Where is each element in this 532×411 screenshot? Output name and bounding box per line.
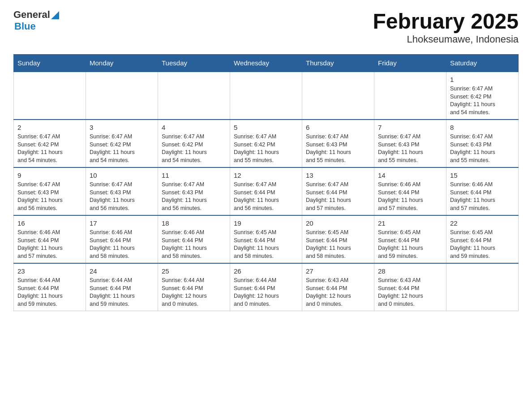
day-info: Sunrise: 6:46 AM Sunset: 6:44 PM Dayligh… — [450, 181, 515, 212]
day-info: Sunrise: 6:47 AM Sunset: 6:43 PM Dayligh… — [17, 181, 82, 212]
day-number: 25 — [162, 266, 226, 276]
calendar-cell: 24Sunrise: 6:44 AM Sunset: 6:44 PM Dayli… — [86, 263, 158, 311]
calendar-cell — [230, 72, 302, 120]
calendar-cell: 10Sunrise: 6:47 AM Sunset: 6:43 PM Dayli… — [86, 167, 158, 215]
calendar-cell — [374, 72, 446, 120]
day-number: 2 — [17, 123, 82, 132]
weekday-header-tuesday: Tuesday — [158, 55, 230, 72]
day-info: Sunrise: 6:45 AM Sunset: 6:44 PM Dayligh… — [306, 229, 370, 260]
day-info: Sunrise: 6:47 AM Sunset: 6:44 PM Dayligh… — [234, 181, 298, 212]
weekday-header-monday: Monday — [86, 55, 158, 72]
calendar-cell: 12Sunrise: 6:47 AM Sunset: 6:44 PM Dayli… — [230, 167, 302, 215]
day-info: Sunrise: 6:45 AM Sunset: 6:44 PM Dayligh… — [234, 229, 298, 260]
day-number: 21 — [378, 218, 442, 228]
calendar-cell: 25Sunrise: 6:44 AM Sunset: 6:44 PM Dayli… — [158, 263, 230, 311]
calendar-cell: 13Sunrise: 6:47 AM Sunset: 6:44 PM Dayli… — [302, 167, 374, 215]
logo-general-text: General — [13, 9, 50, 21]
day-number: 20 — [306, 218, 370, 228]
calendar-cell: 1Sunrise: 6:47 AM Sunset: 6:42 PM Daylig… — [446, 72, 519, 120]
day-info: Sunrise: 6:44 AM Sunset: 6:44 PM Dayligh… — [90, 277, 154, 308]
day-info: Sunrise: 6:47 AM Sunset: 6:43 PM Dayligh… — [450, 133, 515, 164]
calendar-week-row: 2Sunrise: 6:47 AM Sunset: 6:42 PM Daylig… — [14, 120, 519, 167]
calendar-cell: 7Sunrise: 6:47 AM Sunset: 6:43 PM Daylig… — [374, 120, 446, 167]
day-info: Sunrise: 6:47 AM Sunset: 6:44 PM Dayligh… — [306, 181, 370, 212]
day-info: Sunrise: 6:47 AM Sunset: 6:43 PM Dayligh… — [378, 133, 442, 164]
calendar-cell: 16Sunrise: 6:46 AM Sunset: 6:44 PM Dayli… — [14, 215, 86, 263]
day-number: 17 — [90, 218, 154, 228]
day-number: 5 — [234, 123, 298, 132]
day-number: 19 — [234, 218, 298, 228]
calendar-cell: 17Sunrise: 6:46 AM Sunset: 6:44 PM Dayli… — [86, 215, 158, 263]
day-number: 8 — [450, 123, 515, 132]
calendar-cell: 8Sunrise: 6:47 AM Sunset: 6:43 PM Daylig… — [446, 120, 519, 167]
day-info: Sunrise: 6:46 AM Sunset: 6:44 PM Dayligh… — [162, 229, 226, 260]
calendar-cell: 19Sunrise: 6:45 AM Sunset: 6:44 PM Dayli… — [230, 215, 302, 263]
day-number: 6 — [306, 123, 370, 132]
calendar-week-row: 23Sunrise: 6:44 AM Sunset: 6:44 PM Dayli… — [14, 263, 519, 311]
calendar-cell: 20Sunrise: 6:45 AM Sunset: 6:44 PM Dayli… — [302, 215, 374, 263]
day-number: 26 — [234, 266, 298, 276]
calendar-cell: 23Sunrise: 6:44 AM Sunset: 6:44 PM Dayli… — [14, 263, 86, 311]
day-info: Sunrise: 6:47 AM Sunset: 6:42 PM Dayligh… — [17, 133, 82, 164]
calendar-cell: 11Sunrise: 6:47 AM Sunset: 6:43 PM Dayli… — [158, 167, 230, 215]
day-number: 1 — [450, 75, 515, 84]
day-number: 18 — [162, 218, 226, 228]
calendar-title: February 2025 — [373, 9, 519, 34]
calendar-cell: 9Sunrise: 6:47 AM Sunset: 6:43 PM Daylig… — [14, 167, 86, 215]
day-number: 13 — [306, 171, 370, 180]
day-info: Sunrise: 6:44 AM Sunset: 6:44 PM Dayligh… — [17, 277, 82, 308]
day-number: 16 — [17, 218, 82, 228]
day-info: Sunrise: 6:44 AM Sunset: 6:44 PM Dayligh… — [162, 277, 226, 308]
calendar-cell: 14Sunrise: 6:46 AM Sunset: 6:44 PM Dayli… — [374, 167, 446, 215]
day-info: Sunrise: 6:47 AM Sunset: 6:42 PM Dayligh… — [234, 133, 298, 164]
calendar-cell — [158, 72, 230, 120]
day-info: Sunrise: 6:47 AM Sunset: 6:43 PM Dayligh… — [90, 181, 154, 212]
day-info: Sunrise: 6:47 AM Sunset: 6:43 PM Dayligh… — [162, 181, 226, 212]
logo: General Blue — [13, 9, 59, 32]
calendar-cell — [302, 72, 374, 120]
page-header: General Blue February 2025 Lhokseumawe, … — [13, 9, 519, 45]
day-number: 3 — [90, 123, 154, 132]
day-info: Sunrise: 6:43 AM Sunset: 6:44 PM Dayligh… — [306, 277, 370, 308]
logo-triangle-icon — [51, 11, 59, 19]
calendar-week-row: 1Sunrise: 6:47 AM Sunset: 6:42 PM Daylig… — [14, 72, 519, 120]
day-info: Sunrise: 6:46 AM Sunset: 6:44 PM Dayligh… — [378, 181, 442, 212]
day-number: 11 — [162, 171, 226, 180]
weekday-header-saturday: Saturday — [446, 55, 519, 72]
weekday-header-friday: Friday — [374, 55, 446, 72]
calendar-cell: 4Sunrise: 6:47 AM Sunset: 6:42 PM Daylig… — [158, 120, 230, 167]
day-info: Sunrise: 6:44 AM Sunset: 6:44 PM Dayligh… — [234, 277, 298, 308]
day-info: Sunrise: 6:43 AM Sunset: 6:44 PM Dayligh… — [378, 277, 442, 308]
calendar-cell: 5Sunrise: 6:47 AM Sunset: 6:42 PM Daylig… — [230, 120, 302, 167]
day-number: 24 — [90, 266, 154, 276]
day-info: Sunrise: 6:46 AM Sunset: 6:44 PM Dayligh… — [17, 229, 82, 260]
calendar-cell: 22Sunrise: 6:45 AM Sunset: 6:44 PM Dayli… — [446, 215, 519, 263]
calendar-cell: 18Sunrise: 6:46 AM Sunset: 6:44 PM Dayli… — [158, 215, 230, 263]
day-info: Sunrise: 6:47 AM Sunset: 6:42 PM Dayligh… — [162, 133, 226, 164]
calendar-header-row: SundayMondayTuesdayWednesdayThursdayFrid… — [14, 55, 519, 72]
day-number: 10 — [90, 171, 154, 180]
calendar-cell — [14, 72, 86, 120]
logo-blue-text: Blue — [14, 21, 59, 32]
day-info: Sunrise: 6:46 AM Sunset: 6:44 PM Dayligh… — [90, 229, 154, 260]
calendar-cell: 15Sunrise: 6:46 AM Sunset: 6:44 PM Dayli… — [446, 167, 519, 215]
calendar-cell: 27Sunrise: 6:43 AM Sunset: 6:44 PM Dayli… — [302, 263, 374, 311]
calendar-cell — [446, 263, 519, 311]
calendar-cell: 6Sunrise: 6:47 AM Sunset: 6:43 PM Daylig… — [302, 120, 374, 167]
day-number: 15 — [450, 171, 515, 180]
day-info: Sunrise: 6:45 AM Sunset: 6:44 PM Dayligh… — [378, 229, 442, 260]
day-number: 9 — [17, 171, 82, 180]
calendar-week-row: 16Sunrise: 6:46 AM Sunset: 6:44 PM Dayli… — [14, 215, 519, 263]
weekday-header-wednesday: Wednesday — [230, 55, 302, 72]
day-info: Sunrise: 6:47 AM Sunset: 6:42 PM Dayligh… — [450, 85, 515, 116]
calendar-table: SundayMondayTuesdayWednesdayThursdayFrid… — [13, 54, 519, 311]
calendar-title-block: February 2025 Lhokseumawe, Indonesia — [373, 9, 519, 45]
day-info: Sunrise: 6:47 AM Sunset: 6:42 PM Dayligh… — [90, 133, 154, 164]
weekday-header-thursday: Thursday — [302, 55, 374, 72]
day-number: 28 — [378, 266, 442, 276]
calendar-cell: 2Sunrise: 6:47 AM Sunset: 6:42 PM Daylig… — [14, 120, 86, 167]
day-info: Sunrise: 6:47 AM Sunset: 6:43 PM Dayligh… — [306, 133, 370, 164]
calendar-week-row: 9Sunrise: 6:47 AM Sunset: 6:43 PM Daylig… — [14, 167, 519, 215]
calendar-cell: 3Sunrise: 6:47 AM Sunset: 6:42 PM Daylig… — [86, 120, 158, 167]
day-number: 22 — [450, 218, 515, 228]
